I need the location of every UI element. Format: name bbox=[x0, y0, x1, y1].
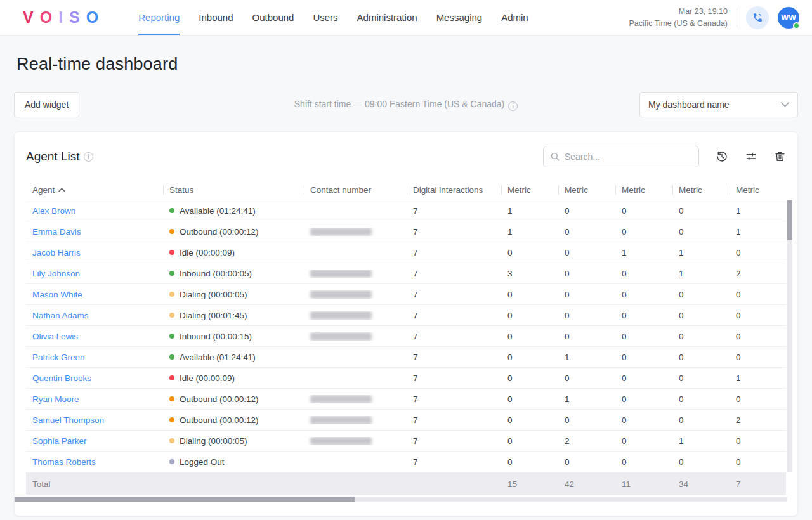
agent-name-link[interactable]: Mason White bbox=[32, 290, 82, 299]
agent-name-link[interactable]: Quentin Brooks bbox=[32, 374, 91, 383]
status-label: Inbound (00:00:15) bbox=[180, 332, 252, 341]
agent-status: Available (01:24:41) bbox=[163, 206, 304, 216]
status-dot bbox=[169, 313, 174, 318]
dashboard-name-select[interactable]: My dashboard name bbox=[639, 92, 798, 117]
nav-item-outbound[interactable]: Outbound bbox=[252, 0, 294, 35]
agent-name-link[interactable]: Samuel Thompson bbox=[32, 415, 104, 425]
nav-item-admin[interactable]: Admin bbox=[501, 0, 528, 35]
nav-item-users[interactable]: Users bbox=[313, 0, 337, 35]
agent-name-link[interactable]: Patrick Green bbox=[32, 353, 85, 362]
metric-value: 0 bbox=[730, 248, 786, 257]
column-header-metric-8[interactable]: Metric bbox=[730, 185, 786, 195]
agent-status: Logged Out bbox=[163, 457, 304, 467]
search-input[interactable] bbox=[565, 152, 692, 162]
digital-interactions-value: 7 bbox=[407, 269, 501, 278]
masked-contact-number bbox=[310, 332, 372, 341]
column-header-label: Metric bbox=[622, 185, 645, 195]
user-avatar[interactable]: WW bbox=[778, 7, 799, 29]
status-dot bbox=[169, 459, 174, 464]
status-label: Logged Out bbox=[180, 457, 225, 467]
table-row: Samuel ThompsonOutbound (00:00:12)700002 bbox=[26, 409, 786, 430]
status-dot bbox=[169, 229, 174, 234]
metric-value: 0 bbox=[501, 394, 558, 404]
metric-value: 0 bbox=[558, 206, 615, 216]
agent-status: Idle (00:00:09) bbox=[163, 248, 304, 257]
column-header-metric-7[interactable]: Metric bbox=[672, 185, 730, 195]
agent-name-link[interactable]: Lily Johnson bbox=[32, 269, 80, 278]
column-header-metric-5[interactable]: Metric bbox=[558, 185, 615, 195]
metric-value: 0 bbox=[558, 248, 615, 257]
metric-value: 0 bbox=[730, 311, 786, 320]
voiso-logo[interactable]: VOISO bbox=[23, 8, 99, 27]
column-header-contact-number-2[interactable]: Contact number bbox=[304, 185, 407, 195]
nav-item-administration[interactable]: Administration bbox=[357, 0, 417, 35]
agent-status: Outbound (00:00:12) bbox=[163, 415, 304, 425]
agent-name-link[interactable]: Jacob Harris bbox=[32, 248, 81, 257]
nav-item-inbound[interactable]: Inbound bbox=[199, 0, 233, 35]
agent-name-link[interactable]: Thomas Roberts bbox=[32, 457, 96, 467]
widget-info-icon[interactable]: i bbox=[84, 152, 93, 162]
nav-item-messaging[interactable]: Messaging bbox=[436, 0, 483, 35]
column-header-agent[interactable]: Agent bbox=[26, 185, 163, 195]
status-dot bbox=[169, 292, 174, 297]
agent-name-link[interactable]: Alex Brown bbox=[32, 206, 75, 216]
shift-start-text: Shift start time — 09:00 Eastern Time (U… bbox=[294, 99, 504, 109]
status-dot bbox=[169, 271, 174, 276]
agent-name-link[interactable]: Ryan Moore bbox=[32, 394, 79, 404]
horizontal-scrollbar-thumb[interactable] bbox=[15, 497, 355, 502]
agent-name-link[interactable]: Emma Davis bbox=[32, 227, 81, 237]
table-row: Sophia ParkerDialing (00:00:05)702010 bbox=[26, 430, 786, 451]
agent-status: Inbound (00:00:05) bbox=[163, 269, 304, 278]
status-dot bbox=[169, 208, 174, 213]
search-icon bbox=[550, 152, 560, 162]
agent-name-link[interactable]: Sophia Parker bbox=[32, 436, 87, 446]
metric-value: 1 bbox=[615, 248, 672, 257]
digital-interactions-value: 7 bbox=[407, 248, 501, 257]
table-row: Jacob HarrisIdle (00:00:09)700110 bbox=[26, 242, 786, 263]
digital-interactions-value: 7 bbox=[407, 227, 501, 237]
column-header-metric-4[interactable]: Metric bbox=[501, 185, 558, 195]
masked-contact-number bbox=[310, 416, 372, 424]
metric-value: 0 bbox=[558, 311, 615, 320]
metric-value: 0 bbox=[615, 394, 672, 404]
delete-widget-button[interactable] bbox=[774, 150, 786, 163]
widget-title: Agent List bbox=[26, 150, 80, 164]
logo-letter: V bbox=[23, 8, 34, 27]
main-nav: ReportingInboundOutboundUsersAdministrat… bbox=[138, 0, 528, 35]
online-status-dot bbox=[793, 22, 800, 29]
search-box bbox=[543, 146, 699, 167]
divider bbox=[737, 8, 737, 27]
logo-letter: O bbox=[86, 8, 99, 27]
sliders-icon bbox=[745, 150, 757, 163]
widget-header: Agent List i bbox=[15, 132, 797, 180]
widget-tools bbox=[543, 146, 786, 167]
shift-info-icon[interactable]: i bbox=[508, 101, 518, 111]
metric-value: 1 bbox=[730, 374, 786, 383]
agent-table: AgentStatusContact numberDigital interac… bbox=[26, 180, 786, 495]
add-widget-button[interactable]: Add widget bbox=[14, 92, 79, 117]
metric-value: 0 bbox=[672, 311, 730, 320]
vertical-scrollbar-thumb[interactable] bbox=[787, 200, 792, 240]
agent-name-link[interactable]: Nathan Adams bbox=[32, 311, 89, 320]
agent-name-link[interactable]: Olivia Lewis bbox=[32, 332, 78, 341]
column-header-digital-interactions-3[interactable]: Digital interactions bbox=[407, 185, 501, 195]
contact-number-cell bbox=[304, 270, 407, 278]
dashboard-select-value: My dashboard name bbox=[648, 100, 730, 110]
metric-value: 0 bbox=[672, 227, 730, 237]
column-header-status-1[interactable]: Status bbox=[163, 185, 304, 195]
column-header-metric-6[interactable]: Metric bbox=[615, 185, 672, 195]
agent-status: Outbound (00:00:12) bbox=[163, 227, 304, 237]
status-dot bbox=[169, 354, 174, 360]
masked-contact-number bbox=[310, 290, 372, 299]
logo-letter: S bbox=[69, 8, 81, 27]
phone-button[interactable] bbox=[746, 6, 769, 29]
agent-status: Inbound (00:00:15) bbox=[163, 332, 304, 341]
top-bar: VOISO ReportingInboundOutboundUsersAdmin… bbox=[0, 0, 812, 36]
nav-item-reporting[interactable]: Reporting bbox=[138, 0, 180, 35]
metric-value: 0 bbox=[501, 436, 558, 446]
metric-value: 0 bbox=[558, 227, 615, 237]
history-button[interactable] bbox=[716, 150, 728, 163]
metric-value: 0 bbox=[501, 415, 558, 425]
logo-letter: O bbox=[40, 8, 53, 27]
filter-settings-button[interactable] bbox=[745, 150, 757, 163]
